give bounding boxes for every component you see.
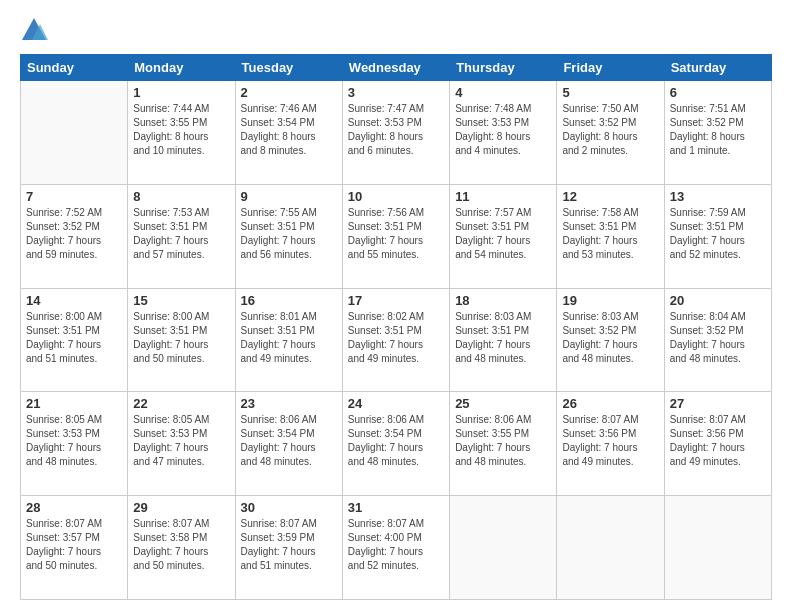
day-cell-26: 26Sunrise: 8:07 AM Sunset: 3:56 PM Dayli… bbox=[557, 392, 664, 496]
empty-cell bbox=[664, 496, 771, 600]
day-cell-15: 15Sunrise: 8:00 AM Sunset: 3:51 PM Dayli… bbox=[128, 288, 235, 392]
day-info: Sunrise: 8:05 AM Sunset: 3:53 PM Dayligh… bbox=[133, 413, 229, 469]
day-header-wednesday: Wednesday bbox=[342, 55, 449, 81]
day-cell-17: 17Sunrise: 8:02 AM Sunset: 3:51 PM Dayli… bbox=[342, 288, 449, 392]
day-header-friday: Friday bbox=[557, 55, 664, 81]
day-info: Sunrise: 8:01 AM Sunset: 3:51 PM Dayligh… bbox=[241, 310, 337, 366]
day-number: 30 bbox=[241, 500, 337, 515]
day-header-monday: Monday bbox=[128, 55, 235, 81]
day-number: 11 bbox=[455, 189, 551, 204]
day-cell-19: 19Sunrise: 8:03 AM Sunset: 3:52 PM Dayli… bbox=[557, 288, 664, 392]
day-number: 27 bbox=[670, 396, 766, 411]
day-cell-24: 24Sunrise: 8:06 AM Sunset: 3:54 PM Dayli… bbox=[342, 392, 449, 496]
day-number: 6 bbox=[670, 85, 766, 100]
day-cell-18: 18Sunrise: 8:03 AM Sunset: 3:51 PM Dayli… bbox=[450, 288, 557, 392]
day-info: Sunrise: 8:05 AM Sunset: 3:53 PM Dayligh… bbox=[26, 413, 122, 469]
header bbox=[20, 16, 772, 44]
days-header-row: SundayMondayTuesdayWednesdayThursdayFrid… bbox=[21, 55, 772, 81]
week-row-1: 1Sunrise: 7:44 AM Sunset: 3:55 PM Daylig… bbox=[21, 81, 772, 185]
page: SundayMondayTuesdayWednesdayThursdayFrid… bbox=[0, 0, 792, 612]
day-header-sunday: Sunday bbox=[21, 55, 128, 81]
day-info: Sunrise: 8:03 AM Sunset: 3:51 PM Dayligh… bbox=[455, 310, 551, 366]
day-number: 26 bbox=[562, 396, 658, 411]
day-cell-6: 6Sunrise: 7:51 AM Sunset: 3:52 PM Daylig… bbox=[664, 81, 771, 185]
day-info: Sunrise: 8:07 AM Sunset: 3:56 PM Dayligh… bbox=[670, 413, 766, 469]
day-cell-13: 13Sunrise: 7:59 AM Sunset: 3:51 PM Dayli… bbox=[664, 184, 771, 288]
day-cell-9: 9Sunrise: 7:55 AM Sunset: 3:51 PM Daylig… bbox=[235, 184, 342, 288]
day-header-thursday: Thursday bbox=[450, 55, 557, 81]
day-info: Sunrise: 8:07 AM Sunset: 3:59 PM Dayligh… bbox=[241, 517, 337, 573]
empty-cell bbox=[450, 496, 557, 600]
day-cell-31: 31Sunrise: 8:07 AM Sunset: 4:00 PM Dayli… bbox=[342, 496, 449, 600]
day-info: Sunrise: 8:07 AM Sunset: 3:58 PM Dayligh… bbox=[133, 517, 229, 573]
day-info: Sunrise: 7:53 AM Sunset: 3:51 PM Dayligh… bbox=[133, 206, 229, 262]
week-row-5: 28Sunrise: 8:07 AM Sunset: 3:57 PM Dayli… bbox=[21, 496, 772, 600]
day-number: 19 bbox=[562, 293, 658, 308]
day-info: Sunrise: 7:50 AM Sunset: 3:52 PM Dayligh… bbox=[562, 102, 658, 158]
day-number: 10 bbox=[348, 189, 444, 204]
day-info: Sunrise: 7:56 AM Sunset: 3:51 PM Dayligh… bbox=[348, 206, 444, 262]
day-info: Sunrise: 8:00 AM Sunset: 3:51 PM Dayligh… bbox=[26, 310, 122, 366]
day-info: Sunrise: 8:07 AM Sunset: 4:00 PM Dayligh… bbox=[348, 517, 444, 573]
day-header-tuesday: Tuesday bbox=[235, 55, 342, 81]
day-number: 4 bbox=[455, 85, 551, 100]
day-number: 25 bbox=[455, 396, 551, 411]
day-info: Sunrise: 8:07 AM Sunset: 3:57 PM Dayligh… bbox=[26, 517, 122, 573]
logo bbox=[20, 16, 52, 44]
empty-cell bbox=[557, 496, 664, 600]
day-info: Sunrise: 7:59 AM Sunset: 3:51 PM Dayligh… bbox=[670, 206, 766, 262]
day-info: Sunrise: 8:06 AM Sunset: 3:54 PM Dayligh… bbox=[241, 413, 337, 469]
day-number: 12 bbox=[562, 189, 658, 204]
day-cell-14: 14Sunrise: 8:00 AM Sunset: 3:51 PM Dayli… bbox=[21, 288, 128, 392]
empty-cell bbox=[21, 81, 128, 185]
calendar-table: SundayMondayTuesdayWednesdayThursdayFrid… bbox=[20, 54, 772, 600]
day-cell-3: 3Sunrise: 7:47 AM Sunset: 3:53 PM Daylig… bbox=[342, 81, 449, 185]
week-row-4: 21Sunrise: 8:05 AM Sunset: 3:53 PM Dayli… bbox=[21, 392, 772, 496]
day-info: Sunrise: 8:07 AM Sunset: 3:56 PM Dayligh… bbox=[562, 413, 658, 469]
day-info: Sunrise: 8:06 AM Sunset: 3:54 PM Dayligh… bbox=[348, 413, 444, 469]
day-info: Sunrise: 7:52 AM Sunset: 3:52 PM Dayligh… bbox=[26, 206, 122, 262]
day-number: 22 bbox=[133, 396, 229, 411]
day-number: 2 bbox=[241, 85, 337, 100]
day-number: 18 bbox=[455, 293, 551, 308]
day-cell-30: 30Sunrise: 8:07 AM Sunset: 3:59 PM Dayli… bbox=[235, 496, 342, 600]
day-info: Sunrise: 8:00 AM Sunset: 3:51 PM Dayligh… bbox=[133, 310, 229, 366]
day-info: Sunrise: 7:51 AM Sunset: 3:52 PM Dayligh… bbox=[670, 102, 766, 158]
week-row-3: 14Sunrise: 8:00 AM Sunset: 3:51 PM Dayli… bbox=[21, 288, 772, 392]
day-cell-8: 8Sunrise: 7:53 AM Sunset: 3:51 PM Daylig… bbox=[128, 184, 235, 288]
logo-icon bbox=[20, 16, 48, 44]
day-info: Sunrise: 7:58 AM Sunset: 3:51 PM Dayligh… bbox=[562, 206, 658, 262]
day-number: 29 bbox=[133, 500, 229, 515]
day-number: 5 bbox=[562, 85, 658, 100]
day-number: 3 bbox=[348, 85, 444, 100]
day-cell-20: 20Sunrise: 8:04 AM Sunset: 3:52 PM Dayli… bbox=[664, 288, 771, 392]
day-cell-12: 12Sunrise: 7:58 AM Sunset: 3:51 PM Dayli… bbox=[557, 184, 664, 288]
day-number: 28 bbox=[26, 500, 122, 515]
day-info: Sunrise: 7:57 AM Sunset: 3:51 PM Dayligh… bbox=[455, 206, 551, 262]
day-info: Sunrise: 7:47 AM Sunset: 3:53 PM Dayligh… bbox=[348, 102, 444, 158]
day-info: Sunrise: 7:44 AM Sunset: 3:55 PM Dayligh… bbox=[133, 102, 229, 158]
day-cell-22: 22Sunrise: 8:05 AM Sunset: 3:53 PM Dayli… bbox=[128, 392, 235, 496]
day-cell-27: 27Sunrise: 8:07 AM Sunset: 3:56 PM Dayli… bbox=[664, 392, 771, 496]
day-number: 9 bbox=[241, 189, 337, 204]
day-number: 7 bbox=[26, 189, 122, 204]
day-cell-1: 1Sunrise: 7:44 AM Sunset: 3:55 PM Daylig… bbox=[128, 81, 235, 185]
day-info: Sunrise: 8:04 AM Sunset: 3:52 PM Dayligh… bbox=[670, 310, 766, 366]
day-cell-10: 10Sunrise: 7:56 AM Sunset: 3:51 PM Dayli… bbox=[342, 184, 449, 288]
day-cell-21: 21Sunrise: 8:05 AM Sunset: 3:53 PM Dayli… bbox=[21, 392, 128, 496]
day-number: 13 bbox=[670, 189, 766, 204]
day-info: Sunrise: 8:02 AM Sunset: 3:51 PM Dayligh… bbox=[348, 310, 444, 366]
day-cell-28: 28Sunrise: 8:07 AM Sunset: 3:57 PM Dayli… bbox=[21, 496, 128, 600]
day-header-saturday: Saturday bbox=[664, 55, 771, 81]
day-info: Sunrise: 8:03 AM Sunset: 3:52 PM Dayligh… bbox=[562, 310, 658, 366]
day-cell-7: 7Sunrise: 7:52 AM Sunset: 3:52 PM Daylig… bbox=[21, 184, 128, 288]
day-number: 23 bbox=[241, 396, 337, 411]
day-cell-4: 4Sunrise: 7:48 AM Sunset: 3:53 PM Daylig… bbox=[450, 81, 557, 185]
day-number: 8 bbox=[133, 189, 229, 204]
day-number: 1 bbox=[133, 85, 229, 100]
day-cell-25: 25Sunrise: 8:06 AM Sunset: 3:55 PM Dayli… bbox=[450, 392, 557, 496]
day-info: Sunrise: 7:46 AM Sunset: 3:54 PM Dayligh… bbox=[241, 102, 337, 158]
week-row-2: 7Sunrise: 7:52 AM Sunset: 3:52 PM Daylig… bbox=[21, 184, 772, 288]
day-number: 16 bbox=[241, 293, 337, 308]
day-number: 14 bbox=[26, 293, 122, 308]
